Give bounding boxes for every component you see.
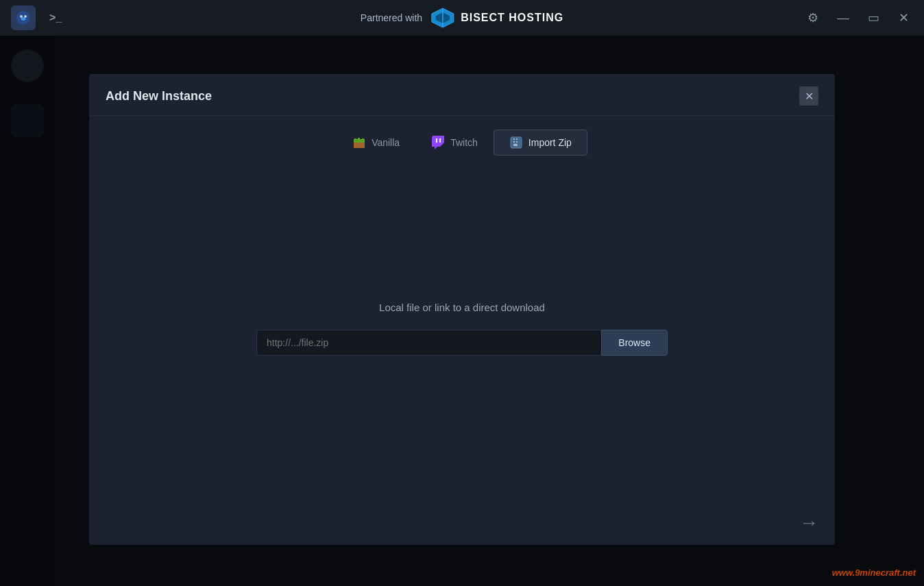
- partnered-with-text: Partnered with: [361, 12, 422, 23]
- dialog-title: Add New Instance: [106, 89, 212, 103]
- svg-rect-18: [513, 144, 518, 146]
- svg-rect-15: [516, 138, 518, 140]
- title-bar: >_ Partnered with BISECT HOSTING ⚙ — ▭: [0, 0, 924, 36]
- window-close-button[interactable]: ✕: [894, 8, 913, 27]
- tab-twitch[interactable]: Twitch: [415, 130, 494, 156]
- tab-bar: Vanilla Twitch: [89, 116, 835, 156]
- title-bar-left: >_: [11, 5, 67, 30]
- tab-import-zip[interactable]: Import Zip: [494, 130, 587, 156]
- settings-button[interactable]: ⚙: [803, 8, 823, 27]
- file-url-input[interactable]: [256, 330, 601, 356]
- add-new-instance-dialog: Add New Instance ✕ Vanilla: [89, 74, 835, 545]
- svg-rect-11: [436, 138, 437, 143]
- browse-button[interactable]: Browse: [601, 330, 668, 356]
- dialog-footer: →: [89, 501, 835, 545]
- bisect-hosting-logo: BISECT HOSTING: [429, 7, 563, 29]
- tab-vanilla-label: Vanilla: [372, 137, 400, 148]
- maximize-button[interactable]: ▭: [864, 8, 883, 27]
- svg-rect-10: [362, 138, 364, 141]
- svg-rect-17: [516, 141, 518, 143]
- svg-point-1: [20, 15, 23, 18]
- vanilla-icon: [352, 136, 366, 149]
- dialog-header: Add New Instance ✕: [89, 74, 835, 116]
- svg-point-2: [24, 15, 27, 18]
- minimize-button[interactable]: —: [834, 8, 853, 27]
- dialog-close-button[interactable]: ✕: [799, 86, 818, 106]
- watermark: www.9minecraft.net: [832, 567, 916, 578]
- tab-twitch-label: Twitch: [450, 137, 478, 148]
- tab-vanilla[interactable]: Vanilla: [337, 130, 415, 156]
- tab-import-zip-label: Import Zip: [528, 137, 572, 148]
- title-bar-right: ⚙ — ▭ ✕: [803, 8, 913, 27]
- next-arrow-button[interactable]: →: [799, 512, 818, 534]
- dialog-body: Local file or link to a direct download …: [89, 156, 835, 501]
- import-zip-icon: [509, 136, 523, 149]
- bisect-icon: [429, 7, 457, 29]
- svg-rect-9: [358, 138, 360, 140]
- svg-rect-12: [439, 138, 441, 143]
- svg-rect-14: [513, 138, 515, 140]
- svg-rect-16: [513, 141, 515, 143]
- file-label: Local file or link to a direct download: [379, 302, 545, 313]
- file-input-row: Browse: [256, 330, 668, 356]
- twitch-icon: [431, 136, 445, 149]
- title-bar-center: Partnered with BISECT HOSTING: [361, 7, 563, 29]
- terminal-button[interactable]: >_: [44, 9, 67, 27]
- bisect-hosting-text: BISECT HOSTING: [461, 12, 563, 24]
- svg-rect-8: [354, 138, 356, 141]
- app-logo: [11, 5, 36, 30]
